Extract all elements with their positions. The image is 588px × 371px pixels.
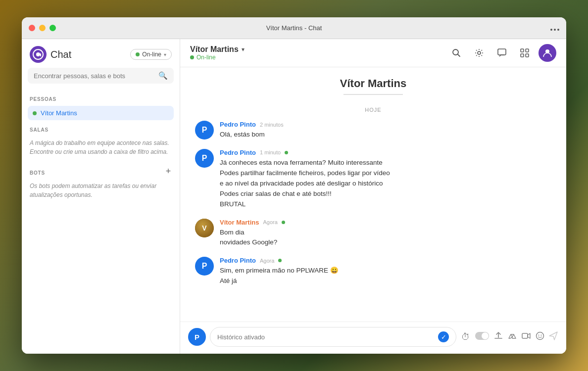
svg-point-18 xyxy=(537,332,544,339)
msg-time: 2 minutos xyxy=(260,122,284,128)
logo-text: Chat xyxy=(50,49,71,60)
message-input[interactable] xyxy=(217,333,434,341)
search-icon xyxy=(452,48,461,57)
bots-section-label: BOTS xyxy=(30,170,45,176)
msg-header: Vítor Martins Agora xyxy=(220,219,551,226)
status-label: On-line xyxy=(142,51,161,58)
grid-icon xyxy=(520,48,529,57)
title-bar: Vítor Martins - Chat xyxy=(22,17,566,39)
svg-rect-13 xyxy=(526,54,529,57)
contact-status-text: On-line xyxy=(196,54,216,61)
window-controls xyxy=(29,25,56,31)
emoji-icon-svg xyxy=(536,331,544,340)
chat-profile-name: Vítor Martins xyxy=(195,77,551,90)
salas-header: SALAS xyxy=(28,120,174,137)
search-input[interactable] xyxy=(34,72,154,80)
svg-rect-9 xyxy=(498,49,506,55)
user-avatar-icon xyxy=(542,48,552,58)
more-icon xyxy=(550,29,559,31)
search-icon: 🔍 xyxy=(158,71,168,80)
video-camera-icon xyxy=(522,331,531,340)
online-indicator xyxy=(282,221,285,224)
settings-button[interactable] xyxy=(470,44,488,62)
msg-header: Pedro Pinto Agora xyxy=(220,257,551,264)
send-button[interactable] xyxy=(548,331,558,343)
message-content: Pedro Pinto 1 minuto Já conheces esta no… xyxy=(220,149,551,210)
msg-time: Agora xyxy=(260,258,274,264)
online-dot xyxy=(33,111,37,115)
online-indicator xyxy=(278,259,282,262)
input-box[interactable]: ✓ xyxy=(210,327,456,347)
svg-rect-12 xyxy=(521,54,524,57)
at-icon xyxy=(33,49,44,60)
chat-messages: Vítor Martins HOJE P Pedro Pinto 2 minut… xyxy=(180,67,566,322)
window-title: Vítor Martins - Chat xyxy=(266,24,322,32)
sidebar: Chat On-line ▾ 🔍 PESSOAS Vítor M xyxy=(22,39,180,354)
chat-contact-name: Vítor Martins xyxy=(190,45,239,54)
message-group: V Vítor Martins Agora Bom dianovidades G… xyxy=(195,219,551,248)
toggle-switch-icon xyxy=(475,332,489,340)
contact-dropdown-arrow[interactable]: ▾ xyxy=(242,46,245,53)
salas-section-label: SALAS xyxy=(30,127,49,133)
contact-item-vitor[interactable]: Vítor Martins xyxy=(28,106,174,120)
msg-header: Pedro Pinto 1 minuto xyxy=(220,149,551,156)
message-group: P Pedro Pinto 2 minutos Olá, estás bom xyxy=(195,121,551,140)
contact-online-dot xyxy=(190,55,194,59)
salas-info: A mágica do trabalho em equipe acontece … xyxy=(30,139,172,156)
gear-icon xyxy=(475,48,484,57)
msg-text: Bom dianovidades Google? xyxy=(220,228,551,248)
contact-name: Vítor Martins xyxy=(41,109,77,117)
video-icon[interactable] xyxy=(521,330,532,344)
chat-profile-header: Vítor Martins xyxy=(195,77,551,95)
pessoas-section-label: PESSOAS xyxy=(30,96,172,102)
sidebar-search[interactable]: 🔍 xyxy=(28,68,174,84)
chat-bubble-button[interactable] xyxy=(493,44,511,62)
timer-icon[interactable]: ⏱ xyxy=(460,331,471,343)
status-badge[interactable]: On-line ▾ xyxy=(130,49,172,60)
chat-contact-name-row: Vítor Martins ▾ xyxy=(190,45,245,54)
input-actions: ⏱ xyxy=(460,330,558,344)
svg-point-8 xyxy=(478,51,481,54)
drive-icon[interactable] xyxy=(507,330,518,344)
sidebar-content: PESSOAS Vítor Martins SALAS A mágica do … xyxy=(22,90,180,354)
search-button[interactable] xyxy=(447,44,465,62)
pedro-avatar: P xyxy=(195,121,214,139)
upload-icon[interactable] xyxy=(493,330,504,344)
upload-icon-svg xyxy=(494,331,503,340)
svg-point-2 xyxy=(557,29,559,31)
bots-header: BOTS + xyxy=(28,163,174,180)
toggle-icon[interactable] xyxy=(474,331,490,343)
sidebar-header: Chat On-line ▾ xyxy=(22,39,180,68)
main-layout: Chat On-line ▾ 🔍 PESSOAS Vítor M xyxy=(22,39,566,354)
svg-line-7 xyxy=(458,54,460,56)
pedro-avatar: P xyxy=(195,257,214,276)
svg-rect-10 xyxy=(521,49,524,52)
sidebar-logo: Chat xyxy=(30,46,71,63)
emoji-icon[interactable] xyxy=(535,330,545,344)
msg-author: Vítor Martins xyxy=(220,219,259,226)
msg-header: Pedro Pinto 2 minutos xyxy=(220,121,551,128)
close-button[interactable] xyxy=(29,25,35,31)
chat-area: Vítor Martins ▾ On-line xyxy=(180,39,566,354)
check-icon: ✓ xyxy=(438,331,449,342)
svg-point-16 xyxy=(482,332,489,339)
svg-rect-5 xyxy=(40,53,41,56)
svg-point-19 xyxy=(539,334,539,335)
chat-contact-info: Vítor Martins ▾ On-line xyxy=(190,45,245,61)
chat-header-actions xyxy=(447,44,556,62)
online-indicator xyxy=(285,151,288,154)
msg-text: Já conheces esta nova ferramenta? Muito … xyxy=(220,158,551,210)
maximize-button[interactable] xyxy=(49,25,56,31)
msg-time: Agora xyxy=(263,219,277,225)
user-avatar-button[interactable] xyxy=(539,44,556,62)
msg-author: Pedro Pinto xyxy=(220,149,256,156)
message-content: Vítor Martins Agora Bom dianovidades Goo… xyxy=(220,219,551,248)
add-bot-button[interactable]: + xyxy=(163,166,174,177)
logo-icon xyxy=(30,46,47,63)
chat-header: Vítor Martins ▾ On-line xyxy=(180,39,566,67)
svg-point-4 xyxy=(36,52,40,56)
svg-point-20 xyxy=(541,334,542,335)
grid-button[interactable] xyxy=(516,44,534,62)
more-button[interactable] xyxy=(550,23,559,33)
minimize-button[interactable] xyxy=(39,25,46,31)
